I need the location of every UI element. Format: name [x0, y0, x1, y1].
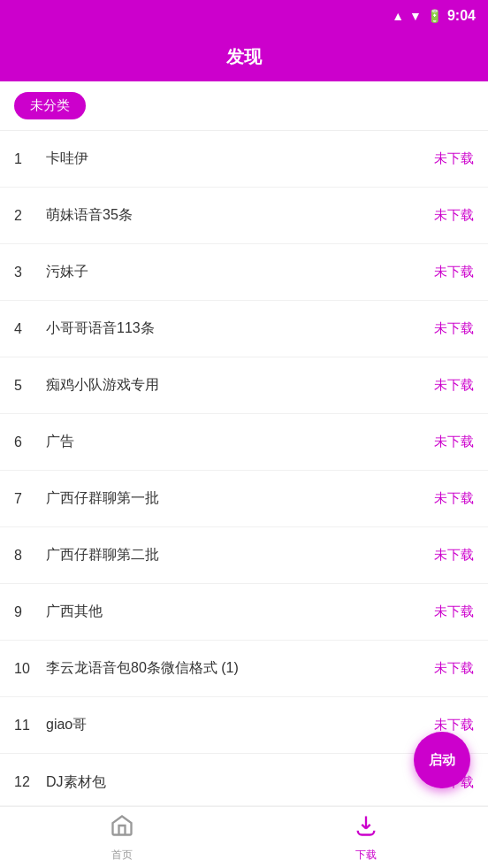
- list-item-index: 10: [14, 661, 46, 677]
- list-item-name: 萌妹语音35条: [46, 206, 434, 225]
- list-item-index: 7: [14, 491, 46, 507]
- list-item[interactable]: 2萌妹语音35条未下载: [0, 188, 488, 244]
- list-item-status: 未下载: [434, 320, 474, 337]
- list-item-index: 12: [14, 774, 46, 790]
- list-item[interactable]: 5痴鸡小队游戏专用未下载: [0, 357, 488, 414]
- list-item-index: 3: [14, 265, 46, 280]
- list-item-status: 未下载: [434, 377, 474, 394]
- list-item[interactable]: 8广西仔群聊第二批未下载: [0, 527, 488, 584]
- list-item-status: 未下载: [434, 603, 474, 620]
- list-item[interactable]: 1卡哇伊未下载: [0, 131, 488, 188]
- list-item-status: 未下载: [434, 150, 474, 167]
- signal-icon: ▲: [392, 9, 404, 23]
- list-item-name: 广西其他: [46, 603, 434, 621]
- list-item-status: 未下载: [434, 434, 474, 450]
- list-item-index: 1: [14, 151, 46, 167]
- nav-download-label: 下载: [355, 848, 377, 863]
- list-item[interactable]: 3污妹子未下载: [0, 244, 488, 301]
- list-item[interactable]: 10李云龙语音包80条微信格式 (1)未下载: [0, 641, 488, 697]
- battery-icon: 🔋: [427, 9, 442, 23]
- list-item-index: 5: [14, 378, 46, 394]
- list-item-name: 广告: [46, 433, 434, 451]
- home-icon: [110, 813, 134, 844]
- category-bar: 未分类: [0, 81, 488, 131]
- list-item-status: 未下载: [434, 660, 474, 677]
- fab-button[interactable]: 启动: [414, 732, 470, 788]
- list-item-name: 小哥哥语音113条: [46, 319, 434, 338]
- list-item-name: DJ素材包: [46, 773, 434, 792]
- list-item-index: 8: [14, 548, 46, 564]
- list-item-name: 李云龙语音包80条微信格式 (1): [46, 659, 434, 678]
- bottom-navigation: 首页 下载: [0, 806, 488, 868]
- wifi-icon: ▼: [409, 9, 422, 23]
- list-item-index: 4: [14, 321, 46, 337]
- list-item-name: 卡哇伊: [46, 150, 434, 168]
- nav-home[interactable]: 首页: [0, 813, 244, 863]
- list-item-status: 未下载: [434, 547, 474, 564]
- list-item-name: 广西仔群聊第一批: [46, 489, 434, 508]
- category-tag[interactable]: 未分类: [14, 92, 86, 119]
- nav-home-label: 首页: [111, 848, 133, 863]
- list-item-index: 2: [14, 208, 46, 224]
- list-item[interactable]: 9广西其他未下载: [0, 584, 488, 641]
- nav-download[interactable]: 下载: [244, 813, 488, 863]
- list-item-name: 广西仔群聊第二批: [46, 546, 434, 565]
- status-time: 9:04: [447, 8, 476, 24]
- list-item-index: 9: [14, 604, 46, 620]
- download-icon: [354, 813, 378, 844]
- status-bar: ▲ ▼ 🔋 9:04: [0, 0, 488, 32]
- list-item-index: 6: [14, 434, 46, 450]
- list-item[interactable]: 4小哥哥语音113条未下载: [0, 301, 488, 357]
- list-item[interactable]: 11giao哥未下载: [0, 697, 488, 754]
- list-item-name: 痴鸡小队游戏专用: [46, 376, 434, 395]
- list-item[interactable]: 6广告未下载: [0, 414, 488, 471]
- page-header: 发现: [0, 32, 488, 81]
- list-item-name: giao哥: [46, 716, 434, 734]
- list-item-status: 未下载: [434, 490, 474, 507]
- list-item[interactable]: 7广西仔群聊第一批未下载: [0, 471, 488, 527]
- page-title: 发现: [226, 45, 262, 69]
- list-item-name: 污妹子: [46, 263, 434, 281]
- list-item-status: 未下载: [434, 207, 474, 224]
- list-item-index: 11: [14, 718, 46, 734]
- list-item-status: 未下载: [434, 264, 474, 280]
- status-bar-right: ▲ ▼ 🔋 9:04: [392, 8, 476, 24]
- content-list: 1卡哇伊未下载2萌妹语音35条未下载3污妹子未下载4小哥哥语音113条未下载5痴…: [0, 131, 488, 805]
